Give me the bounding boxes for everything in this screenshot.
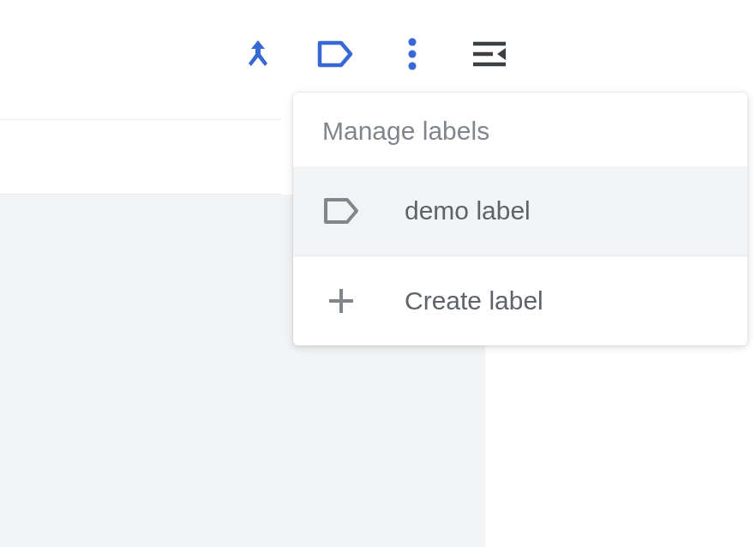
label-icon (322, 192, 360, 230)
create-label-item[interactable]: Create label (293, 256, 747, 346)
svg-point-0 (409, 39, 417, 46)
label-icon (317, 40, 353, 68)
svg-point-2 (409, 63, 417, 70)
manage-labels-dropdown: Manage labels demo label Create label (293, 93, 747, 346)
dropdown-header: Manage labels (293, 93, 747, 166)
label-button[interactable] (317, 36, 353, 72)
label-item-demo-label[interactable]: demo label (293, 166, 747, 255)
merge-icon (243, 38, 273, 70)
create-label-text: Create label (405, 286, 543, 316)
collapse-panel-button[interactable] (471, 36, 507, 72)
plus-icon (322, 282, 360, 320)
background-panel-strip (0, 119, 281, 195)
svg-point-1 (409, 51, 417, 58)
merge-button[interactable] (240, 36, 276, 72)
label-item-text: demo label (405, 196, 531, 225)
more-options-button[interactable] (394, 36, 430, 72)
collapse-icon (471, 40, 507, 68)
more-vertical-icon (407, 38, 417, 70)
toolbar (240, 36, 507, 72)
